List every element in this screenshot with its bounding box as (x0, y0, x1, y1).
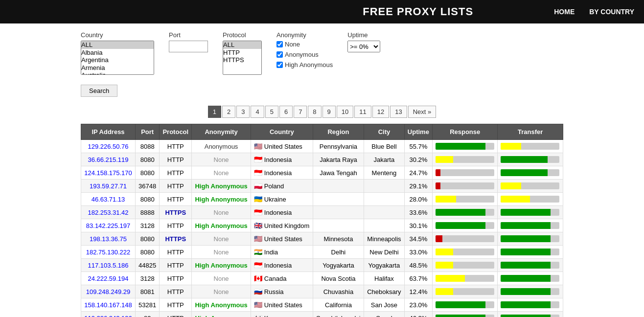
cell-country: 🇮🇩Indonesia (251, 166, 313, 180)
cell-anonymity: High Anonymous (192, 193, 251, 206)
cell-ip[interactable]: 124.158.175.170 (81, 166, 136, 180)
nav-home[interactable]: HOME (554, 8, 575, 16)
cell-ip[interactable]: 198.13.36.75 (81, 232, 136, 246)
transfer-bar (501, 209, 559, 216)
table-row: 198.13.36.75 8080 HTTPS None 🇺🇸United St… (81, 232, 563, 246)
page-10[interactable]: 10 (337, 106, 353, 118)
anon-high-checkbox[interactable] (276, 62, 283, 68)
transfer-bar (501, 262, 559, 269)
anon-anonymous-label[interactable]: Anonymous (276, 51, 333, 58)
cell-country: 🇺🇸United States (251, 232, 313, 246)
cell-country: 🇺🇸United States (251, 298, 313, 312)
cell-ip[interactable]: 119.206.242.196 (81, 312, 136, 317)
country-flag: 🇮🇩 (254, 156, 262, 163)
anon-high-text: High Anonymous (285, 61, 333, 68)
page-9[interactable]: 9 (322, 106, 336, 118)
port-label: Port (169, 31, 208, 39)
country-select[interactable]: ALL Albania Argentina Armenia Australia (81, 41, 154, 75)
page-7[interactable]: 7 (294, 106, 307, 118)
anon-anonymous-text: Anonymous (285, 51, 319, 58)
response-bar (436, 275, 494, 282)
cell-uptime: 48.5% (404, 259, 432, 272)
response-bar (436, 209, 494, 216)
page-2[interactable]: 2 (222, 106, 235, 118)
cell-response (432, 193, 497, 206)
cell-region: Nova Scotia (313, 272, 364, 285)
anonymity-label: Anonymity (276, 31, 333, 39)
site-title: FREE PROXY LISTS (282, 5, 554, 18)
nav-by-country[interactable]: BY COUNTRY (589, 8, 634, 16)
cell-uptime: 12.4% (404, 285, 432, 298)
transfer-bar (501, 249, 559, 255)
page-1[interactable]: 1 (208, 106, 221, 118)
cell-transfer (498, 246, 563, 259)
col-transfer: Transfer (498, 124, 563, 140)
col-port: Port (136, 124, 160, 140)
country-flag: 🇰🇷 (254, 314, 262, 317)
table-row: 109.248.249.29 8081 HTTP None 🇷🇺Russia C… (81, 285, 563, 298)
cell-ip[interactable]: 109.248.249.29 (81, 285, 136, 298)
response-bar (436, 288, 494, 295)
transfer-bar (501, 288, 559, 295)
cell-ip[interactable]: 193.59.27.71 (81, 180, 136, 193)
cell-ip[interactable]: 117.103.5.186 (81, 259, 136, 272)
cell-uptime: 33.6% (404, 206, 432, 219)
cell-port: 53281 (136, 298, 160, 312)
transfer-bar (501, 222, 559, 229)
search-button[interactable]: Search (81, 85, 117, 97)
country-flag: 🇵🇱 (254, 182, 262, 190)
anonymity-filter: Anonymity None Anonymous High Anonymous (276, 31, 333, 70)
cell-ip[interactable]: 46.63.71.13 (81, 193, 136, 206)
anon-high-label[interactable]: High Anonymous (276, 61, 333, 68)
page-next[interactable]: Next » (408, 106, 437, 118)
response-bar (436, 143, 494, 150)
page-13[interactable]: 13 (390, 106, 407, 118)
cell-region: Yogyakarta (313, 259, 364, 272)
transfer-bar (501, 143, 559, 150)
cell-ip[interactable]: 182.75.130.222 (81, 246, 136, 259)
protocol-select[interactable]: ALL HTTP HTTPS (223, 41, 262, 75)
anon-none-text: None (285, 41, 300, 48)
cell-city (364, 219, 405, 232)
page-4[interactable]: 4 (251, 106, 264, 118)
table-row: 36.66.215.119 8080 HTTP None 🇮🇩Indonesia… (81, 153, 563, 166)
cell-anonymity: None (192, 206, 251, 219)
page-3[interactable]: 3 (236, 106, 250, 118)
cell-ip[interactable]: 158.140.167.148 (81, 298, 136, 312)
cell-uptime: 28.0% (404, 193, 432, 206)
cell-region: California (313, 298, 364, 312)
country-flag: 🇮🇩 (254, 169, 262, 177)
port-input[interactable] (169, 41, 208, 52)
response-bar (436, 249, 494, 255)
protocol-filter: Protocol ALL HTTP HTTPS (223, 31, 262, 75)
cell-port: 8080 (136, 246, 160, 259)
country-flag: 🇬🇧 (254, 222, 262, 229)
col-region: Region (313, 124, 364, 140)
cell-region: Pennsylvania (313, 140, 364, 153)
cell-ip[interactable]: 83.142.225.197 (81, 219, 136, 232)
cell-city: New Delhi (364, 246, 405, 259)
cell-ip[interactable]: 182.253.31.42 (81, 206, 136, 219)
uptime-select[interactable]: >= 0% >= 10% >= 20% >= 50% >= 80% (347, 41, 380, 52)
cell-protocol: HTTP (160, 193, 192, 206)
anon-none-checkbox[interactable] (276, 41, 283, 47)
page-5[interactable]: 5 (265, 106, 278, 118)
page-6[interactable]: 6 (279, 106, 293, 118)
cell-ip[interactable]: 129.226.50.76 (81, 140, 136, 153)
cell-protocol: HTTP (160, 272, 192, 285)
cell-city: Jakarta (364, 153, 405, 166)
page-8[interactable]: 8 (308, 106, 321, 118)
cell-protocol: HTTP (160, 312, 192, 317)
cell-transfer (498, 312, 563, 317)
cell-transfer (498, 206, 563, 219)
anon-none-label[interactable]: None (276, 41, 333, 48)
cell-ip[interactable]: 36.66.215.119 (81, 153, 136, 166)
page-12[interactable]: 12 (372, 106, 389, 118)
cell-uptime: 29.1% (404, 180, 432, 193)
cell-protocol: HTTPS (160, 206, 192, 219)
page-11[interactable]: 11 (354, 106, 371, 118)
cell-ip[interactable]: 24.222.59.194 (81, 272, 136, 285)
cell-protocol: HTTP (160, 180, 192, 193)
anon-anonymous-checkbox[interactable] (276, 51, 283, 58)
cell-anonymity: None (192, 153, 251, 166)
